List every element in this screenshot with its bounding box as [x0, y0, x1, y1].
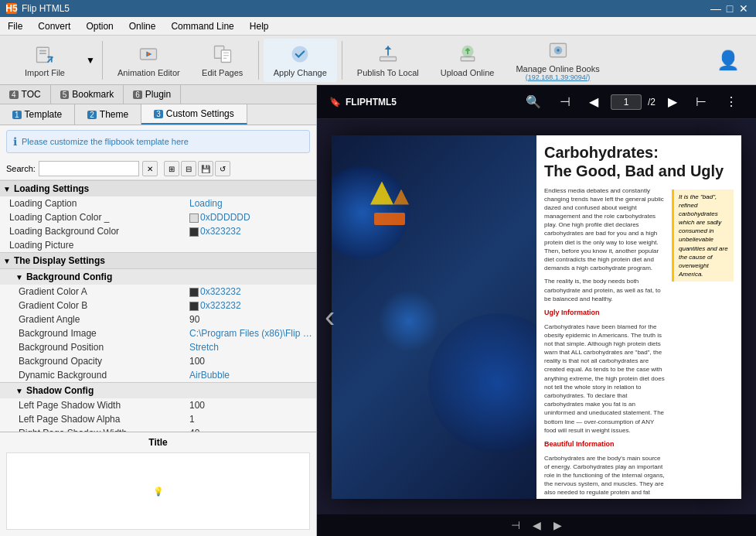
loading-caption-value[interactable]: Loading [189, 198, 313, 209]
title-section-header: Title [6, 435, 310, 449]
loading-picture-row: Loading Picture [0, 238, 316, 252]
search-refresh-button[interactable]: ↺ [215, 161, 230, 176]
toolbar-divider-3 [342, 41, 342, 80]
import-icon [32, 43, 57, 65]
page-highlight-box: It is the "bad", refined carbohydrates w… [672, 189, 734, 282]
animation-icon [136, 43, 161, 65]
upload-online-button[interactable]: Upload Online [431, 39, 505, 82]
loading-bg-color-value[interactable]: 0x323232 [189, 226, 313, 237]
search-input[interactable] [39, 161, 139, 176]
background-position-row: Background Position Stretch [0, 340, 316, 354]
search-clear-button[interactable]: ✕ [142, 161, 158, 176]
viewer-zoom-button[interactable]: 🔍 [519, 91, 547, 112]
viewer-bottom-first[interactable]: ⊣ [511, 519, 520, 531]
menu-help[interactable]: Help [242, 17, 277, 35]
gradient-color-a-value[interactable]: 0x323232 [189, 286, 313, 297]
animation-editor-button[interactable]: Animation Editor [107, 39, 190, 82]
menu-file[interactable]: File [0, 17, 30, 35]
tab-bookmark[interactable]: 5 Bookmark [51, 85, 124, 104]
left-panel: 4 TOC 5 Bookmark 6 Plugin 1 Template 2 T… [0, 85, 317, 536]
viewer-logo: 🔖 FLIPHTML5 [329, 97, 397, 108]
manage-online-button[interactable]: Manage Online Books (192.168.1.39:9094/) [506, 39, 609, 82]
loading-settings-items: Loading Caption Loading Loading Caption … [0, 196, 316, 252]
deco-rect [374, 213, 405, 225]
search-expand-all-button[interactable]: ⊞ [164, 161, 179, 176]
viewer-next-button[interactable]: ▶ [662, 91, 683, 112]
viewer-page-separator: /2 [648, 97, 656, 108]
tab-template-label: Template [25, 109, 63, 120]
manage-icon [546, 39, 570, 61]
publish-local-button[interactable]: Publish To Local [347, 39, 429, 82]
maximize-button[interactable]: □ [724, 2, 736, 15]
gradient-color-b-value[interactable]: 0x323232 [189, 300, 313, 311]
tab-toc-label: TOC [22, 89, 41, 100]
left-shadow-alpha-key: Left Page Shadow Alpha [15, 414, 189, 425]
minimize-button[interactable]: — [710, 2, 722, 15]
page-title: Carbohydrates:The Good, Bad and Ugly [544, 143, 734, 180]
viewer-page-input[interactable] [611, 94, 642, 110]
viewer-nav-left[interactable]: ‹ [325, 299, 335, 334]
viewer-logo-icon: 🔖 [329, 97, 341, 108]
toolbar-divider-1 [102, 41, 103, 80]
left-shadow-alpha-value[interactable]: 1 [189, 414, 313, 425]
shadow-config-header[interactable]: ▼ Shadow Config [0, 382, 316, 398]
import-wrapper: Import File ▼ [6, 39, 97, 82]
viewer-more-button[interactable]: ⋮ [719, 91, 744, 112]
menu-online[interactable]: Online [121, 17, 164, 35]
gradient-angle-value[interactable]: 90 [189, 314, 313, 325]
page-para-4: Carbohydrates are the body's main source… [544, 454, 667, 499]
right-shadow-width-row: Right Page Shadow Width 40 [0, 426, 316, 432]
dynamic-background-row: Dynamic Background AirBubble [0, 368, 316, 382]
viewer-prev-button[interactable]: ◀ [583, 91, 604, 112]
edit-pages-button[interactable]: Edit Pages [192, 39, 254, 82]
tab-template-num: 1 [12, 111, 22, 119]
viewer-bottom-next[interactable]: ▶ [553, 519, 562, 531]
viewer-first-button[interactable]: ⊣ [553, 91, 577, 112]
import-dropdown-arrow[interactable]: ▼ [83, 39, 97, 82]
tab-theme-num: 2 [87, 111, 97, 119]
loading-settings-label: Loading Settings [14, 183, 89, 194]
loading-settings-header[interactable]: ▼ Loading Settings [0, 180, 316, 196]
tab-theme[interactable]: 2 Theme [75, 104, 141, 125]
viewer-bottom-prev[interactable]: ◀ [533, 519, 541, 531]
page-left-column: Endless media debates and constantly cha… [544, 186, 667, 499]
menu-commandline[interactable]: Command Line [163, 17, 241, 35]
menu-option[interactable]: Option [78, 17, 121, 35]
info-link[interactable]: Please customize the flipbook template h… [22, 137, 189, 146]
svg-rect-0 [37, 47, 49, 62]
viewer-last-button[interactable]: ⊢ [690, 91, 713, 112]
background-position-value[interactable]: Stretch [189, 342, 313, 353]
loading-caption-color-box [189, 213, 199, 223]
background-config-header[interactable]: ▼ Background Config [0, 268, 316, 285]
menu-convert[interactable]: Convert [30, 17, 78, 35]
apply-change-button[interactable]: Apply Change [264, 39, 337, 82]
upload-online-label: Upload Online [441, 68, 495, 77]
viewer-logo-text: FLIPHTML5 [346, 97, 397, 108]
tab-toc[interactable]: 4 TOC [0, 85, 51, 104]
tab-plugin[interactable]: 6 Plugin [124, 85, 181, 104]
background-opacity-value[interactable]: 100 [189, 356, 313, 367]
import-file-button[interactable]: Import File [6, 39, 83, 82]
background-opacity-key: Background Opacity [15, 356, 189, 367]
left-shadow-width-value[interactable]: 100 [189, 400, 313, 411]
title-section: Title 💡 [0, 432, 316, 536]
tab-custom-settings[interactable]: 3 Custom Settings [141, 104, 247, 125]
dynamic-background-value[interactable]: AirBubble [189, 370, 313, 381]
display-settings-header[interactable]: ▼ The Display Settings [0, 252, 316, 268]
search-collapse-all-button[interactable]: ⊟ [181, 161, 196, 176]
user-profile-button[interactable]: 👤 [707, 39, 750, 82]
tab-template[interactable]: 1 Template [0, 104, 75, 125]
title-bar: H5 Flip HTML5 — □ ✕ [0, 0, 756, 17]
loading-bg-color-box [189, 227, 199, 237]
gradient-angle-key: Gradient Angle [15, 314, 189, 325]
search-save-button[interactable]: 💾 [198, 161, 213, 176]
settings-tree: ▼ Loading Settings Loading Caption Loadi… [0, 180, 316, 432]
display-settings-label: The Display Settings [14, 255, 105, 266]
background-image-value[interactable]: C:\Program Files (x86)\Flip HTML5\St... [189, 328, 313, 339]
book-page-right: Carbohydrates:The Good, Bad and Ugly End… [536, 135, 741, 499]
tab-plugin-num: 6 [133, 90, 142, 99]
close-button[interactable]: ✕ [737, 2, 750, 15]
svg-point-8 [292, 46, 308, 62]
loading-caption-color-value[interactable]: 0xDDDDDD [189, 212, 313, 223]
gradient-color-a-row: Gradient Color A 0x323232 [0, 285, 316, 299]
